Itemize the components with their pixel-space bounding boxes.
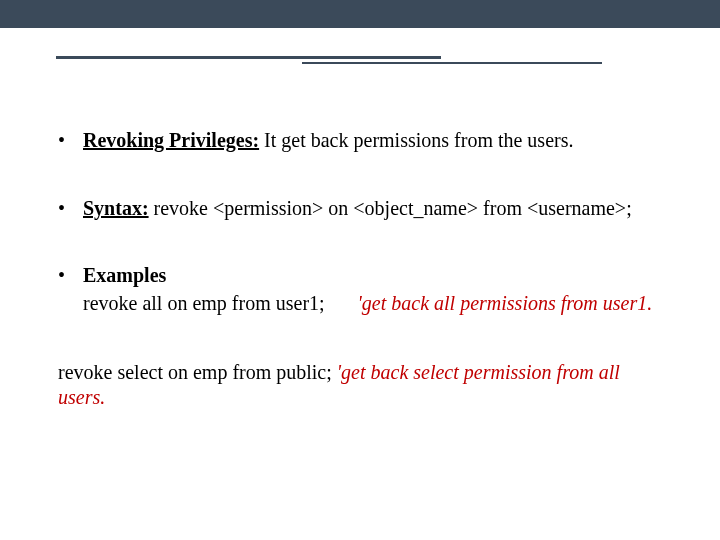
bullet-label: Syntax:: [83, 197, 149, 219]
bullet-syntax: • Syntax: revoke <permission> on <object…: [58, 196, 668, 222]
footnote-command: revoke select on emp from public;: [58, 361, 332, 383]
bullet-dot-icon: •: [58, 196, 78, 222]
accent-line-1: [56, 56, 441, 59]
example-row: revoke all on emp from user1; 'get back …: [83, 291, 668, 317]
example-command: revoke all on emp from user1;: [83, 292, 325, 314]
bullet-revoking: • Revoking Privileges: It get back permi…: [58, 128, 668, 154]
bullet-text: It get back permissions from the users.: [259, 129, 573, 151]
content-area: • Revoking Privileges: It get back permi…: [58, 128, 668, 410]
bullet-body: Revoking Privileges: It get back permiss…: [83, 128, 668, 154]
bullet-examples: • Examples revoke all on emp from user1;…: [58, 263, 668, 316]
accent-line-2: [302, 62, 602, 64]
footnote-note-tail: users.: [58, 385, 668, 410]
examples-heading: Examples: [83, 264, 166, 286]
bullet-list: • Revoking Privileges: It get back permi…: [58, 128, 668, 316]
bullet-body: Examples revoke all on emp from user1; '…: [83, 263, 668, 316]
bullet-dot-icon: •: [58, 263, 78, 289]
footnote-block: revoke select on emp from public; 'get b…: [58, 360, 668, 410]
bullet-dot-icon: •: [58, 128, 78, 154]
slide: • Revoking Privileges: It get back permi…: [0, 0, 720, 540]
bullet-body: Syntax: revoke <permission> on <object_n…: [83, 196, 668, 222]
example-note: 'get back all permissions from user1.: [358, 292, 653, 314]
bullet-text: revoke <permission> on <object_name> fro…: [149, 197, 632, 219]
bullet-label: Revoking Privileges:: [83, 129, 259, 151]
top-bar: [0, 0, 720, 28]
footnote-note-lead: 'get back select permission from all: [337, 361, 620, 383]
